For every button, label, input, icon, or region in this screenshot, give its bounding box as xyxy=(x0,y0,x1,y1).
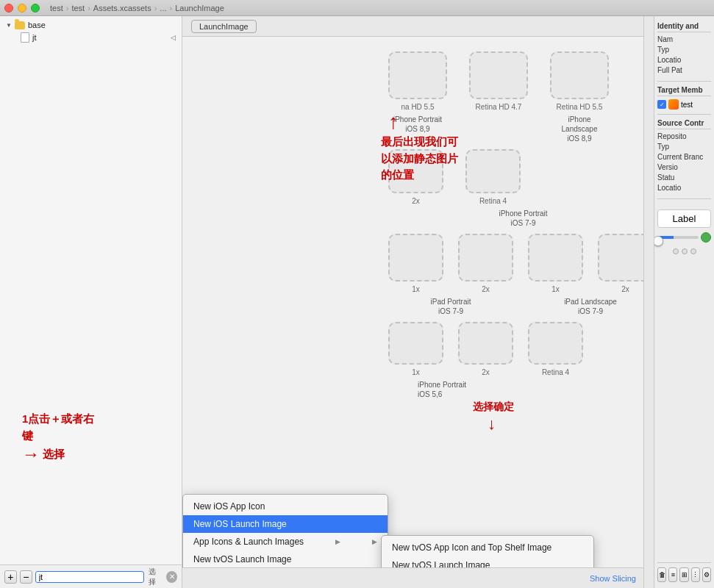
sidebar-item-base[interactable]: ▼ base xyxy=(0,19,182,31)
content-header: LaunchImage xyxy=(182,16,643,37)
tab-launchimage[interactable]: LaunchImage xyxy=(191,20,257,33)
source-type-row: Typ xyxy=(657,143,711,151)
filter-label: 选择 xyxy=(147,567,164,587)
breadcrumb-test1[interactable]: test xyxy=(50,4,63,12)
annotation-position: ↑ 最后出现我们可以添加静态图片的位置 xyxy=(381,110,458,184)
maximize-button[interactable] xyxy=(31,4,40,12)
source-branch-row: Current Branc xyxy=(657,153,711,161)
sidebar-item-jt[interactable]: jt ◁ xyxy=(0,31,182,44)
image-slot[interactable] xyxy=(528,322,583,365)
scrollbar[interactable] xyxy=(643,16,654,588)
image-slot[interactable] xyxy=(458,234,513,282)
slot-label: Retina 4 xyxy=(542,368,569,377)
slot-label: 1x xyxy=(412,368,420,377)
filter-button[interactable]: ⚙ xyxy=(702,567,711,582)
submenu-item-tvos-top-shelf[interactable]: New tvOS App Icon and Top Shelf Image xyxy=(382,539,593,556)
location-row: Locatio xyxy=(657,56,711,64)
image-slot[interactable] xyxy=(388,51,447,99)
list-view-button[interactable]: ≡ xyxy=(668,567,677,582)
breadcrumb-test2[interactable]: test xyxy=(71,4,85,12)
slot-group: 1x xyxy=(388,322,443,377)
center-panel: LaunchImage ↑ 最后出现我们可以添加静态图片的位置 na HD 5.… xyxy=(182,16,643,588)
divider-3 xyxy=(657,198,711,199)
folder-icon xyxy=(15,21,25,29)
slot-group: 2x xyxy=(598,234,643,294)
slider-track xyxy=(657,236,699,239)
dot-3 xyxy=(690,248,696,254)
add-button[interactable]: + xyxy=(4,570,17,584)
grid-view-button[interactable]: ⊞ xyxy=(679,567,688,582)
annotation-choose: 选择确定 ↓ xyxy=(473,400,514,434)
right-panel: Identity and Nam Typ Locatio Full Pat Ta… xyxy=(654,16,714,588)
content-area: ↑ 最后出现我们可以添加静态图片的位置 na HD 5.5 Retina HD … xyxy=(182,37,643,567)
source-status-row: Statu xyxy=(657,173,711,182)
slot-label: 1x xyxy=(551,284,560,294)
context-menu: New iOS App Icon New iOS Launch Image Ap… xyxy=(182,494,388,567)
image-slot[interactable] xyxy=(388,234,443,282)
menu-item-new-ios-launch-image[interactable]: New iOS Launch Image xyxy=(183,515,388,533)
breadcrumb: test › test › Assets.xcassets › ... › La… xyxy=(50,4,224,12)
slot-group: Retina HD 5.5 xyxy=(550,51,609,112)
app-icon xyxy=(668,99,679,110)
image-slot[interactable] xyxy=(528,234,583,282)
filter-input[interactable] xyxy=(35,571,144,583)
slot-label: 2x xyxy=(412,196,420,206)
slot-label: 1x xyxy=(412,284,420,294)
remove-button[interactable]: − xyxy=(20,570,32,584)
breadcrumb-launchimage[interactable]: LaunchImage xyxy=(175,4,224,12)
submenu-item-label: New tvOS Launch Image xyxy=(392,560,490,567)
slider-row xyxy=(657,232,711,243)
slot-label: Retina HD 4.7 xyxy=(476,102,522,112)
slot-group: 2x xyxy=(458,322,513,377)
image-slot[interactable] xyxy=(469,51,528,99)
trash-button[interactable]: 🗑 xyxy=(657,567,666,582)
dot-2 xyxy=(682,248,688,254)
section-sublabel: iPhone LandscapeiOS 8,9 xyxy=(550,115,609,143)
sidebar: ▼ base jt ◁ 1点击＋或者右键 → 选择 + − 选择 xyxy=(0,16,182,588)
image-slot[interactable] xyxy=(598,234,643,282)
image-slot[interactable] xyxy=(388,322,443,365)
close-button[interactable] xyxy=(4,4,13,12)
target-section-title: Target Memb xyxy=(657,86,711,96)
annotation-text-2: 1点击＋或者右键 xyxy=(22,411,94,444)
menu-item-new-tvos-launch[interactable]: New tvOS Launch Image xyxy=(183,551,388,567)
sidebar-item-label: jt xyxy=(32,33,37,42)
arrow-up-icon: ↑ xyxy=(388,110,458,134)
menu-item-label: New iOS Launch Image xyxy=(193,519,287,529)
color-swatch xyxy=(701,232,711,243)
type-row: Typ xyxy=(657,46,711,54)
divider-1 xyxy=(657,81,711,82)
menu-item-app-icons[interactable]: App Icons & Launch Images ▶ xyxy=(183,533,388,551)
menu-item-new-ios-app-icon[interactable]: New iOS App Icon xyxy=(183,498,388,515)
sidebar-bottom-bar: + − 选择 ✕ xyxy=(0,564,182,588)
image-section-3: 1x 2x iPad PortraitiOS 7-9 xyxy=(197,234,629,316)
columns-view-button[interactable]: ⋮ xyxy=(691,567,700,582)
source-repo-row: Reposito xyxy=(657,132,711,140)
submenu-item-tvos-launch[interactable]: New tvOS Launch Image xyxy=(382,556,593,567)
slot-group: 1x xyxy=(388,234,443,294)
arrow-right-icon: → xyxy=(22,444,40,465)
slider-thumb[interactable] xyxy=(654,236,663,246)
submenu-arrow-icon: ▶ xyxy=(335,538,340,545)
minimize-button[interactable] xyxy=(18,4,26,12)
target-name-label: test xyxy=(681,101,693,109)
submenu-item-label: New tvOS App Icon and Top Shelf Image xyxy=(392,542,551,553)
image-slot[interactable] xyxy=(550,51,609,99)
target-member-row: ✓ test xyxy=(657,99,711,110)
fullpath-row: Full Pat xyxy=(657,66,711,74)
breadcrumb-assets[interactable]: Assets.xcassets xyxy=(93,4,151,12)
clear-filter-button[interactable]: ✕ xyxy=(166,571,177,583)
expand-chevron: ◁ xyxy=(171,34,176,41)
section-label: iPhone PortraitiOS 7-9 xyxy=(418,209,629,228)
name-row: Nam xyxy=(657,35,711,43)
image-slot[interactable] xyxy=(458,322,513,365)
expand-icon: ▼ xyxy=(6,22,12,28)
image-slot[interactable] xyxy=(465,149,521,193)
slot-label: Retina HD 5.5 xyxy=(557,102,603,112)
breadcrumb-dots: ... xyxy=(160,4,166,12)
checkbox-checked[interactable]: ✓ xyxy=(657,100,666,109)
slot-group: Retina 4 xyxy=(528,322,583,377)
right-bottom-bar: 🗑 ≡ ⊞ ⋮ ⚙ xyxy=(657,562,711,582)
sidebar-content: ▼ base jt ◁ xyxy=(0,16,182,564)
show-slicing-button[interactable]: Show Slicing xyxy=(590,574,636,583)
